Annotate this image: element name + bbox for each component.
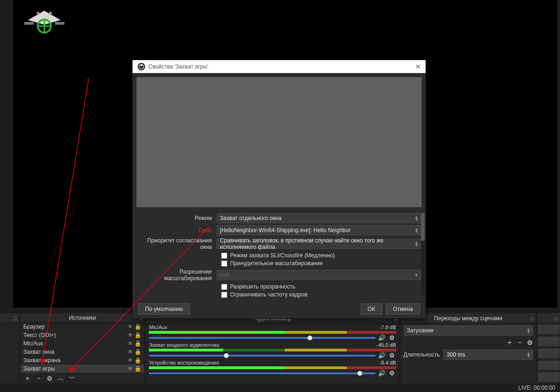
window-select[interactable]: [HelloNeighbor-Win64-Shipping.exe]: Hell…: [217, 225, 421, 235]
properties-dialog: Свойства 'Захват игры' ✕ Режим Захват от…: [132, 60, 426, 319]
source-item[interactable]: Mic/Aux 👁 🔒: [21, 339, 145, 348]
speaker-icon[interactable]: 🔊: [378, 352, 386, 359]
svg-rect-4: [55, 22, 64, 25]
source-item[interactable]: Захват экрана 👁 🔒: [21, 356, 145, 364]
source-label: Текст (GDI+): [23, 332, 127, 338]
transition-select[interactable]: Затухание ▴▾: [404, 325, 533, 336]
control-button-stub[interactable]: [538, 336, 560, 346]
duration-value: 300 ms: [447, 351, 465, 358]
scenes-panel-collapsed: ◻: [0, 313, 19, 383]
duration-input[interactable]: 300 ms ▴▾: [443, 350, 533, 360]
force-scale-checkbox-label: Принудительное масштабирование: [230, 260, 323, 267]
detach-icon[interactable]: ◻: [13, 316, 17, 321]
gear-icon[interactable]: ⚙: [388, 370, 396, 377]
svg-rect-3: [24, 22, 34, 25]
scrollbar[interactable]: [421, 213, 425, 295]
visibility-icon[interactable]: 👁: [126, 340, 134, 347]
channel-label: Mic/Aux: [149, 324, 379, 330]
speaker-icon[interactable]: 🔊: [378, 334, 386, 341]
channel-label: Устройство воспроизведения: [149, 360, 379, 365]
status-live: LIVE: 00:00:00: [518, 385, 555, 391]
volume-slider[interactable]: [149, 355, 375, 357]
dialog-titlebar[interactable]: Свойства 'Захват игры' ✕: [133, 60, 426, 73]
checkbox[interactable]: [221, 284, 227, 290]
sources-list: Браузер 👁 🔒 Текст (GDI+) 👁 🔒 Mic/Aux 👁 🔒…: [21, 323, 145, 373]
control-button-stub[interactable]: [538, 348, 560, 358]
speaker-icon[interactable]: 🔊: [378, 370, 386, 377]
scale-resolution-label: Разрешение масштабирования: [137, 268, 217, 282]
remove-transition-button[interactable]: －: [517, 338, 523, 347]
close-icon[interactable]: ✕: [410, 63, 421, 70]
lock-icon[interactable]: 🔒: [134, 340, 141, 347]
dialog-form: Режим Захват отдельного окна ▴▾ Окно [He…: [133, 211, 426, 300]
sli-checkbox-row[interactable]: Режим захвата SLI/Crossfire (Медленно): [221, 252, 421, 259]
channel-db: -45.0 dB: [377, 342, 396, 348]
force-scale-checkbox-row[interactable]: Принудительное масштабирование: [221, 260, 421, 267]
move-up-button[interactable]: ︿: [57, 374, 64, 383]
add-source-button[interactable]: ＋: [24, 374, 31, 383]
control-button-stub[interactable]: [538, 372, 560, 382]
visibility-icon[interactable]: 👁: [126, 323, 134, 330]
checkbox[interactable]: [221, 292, 227, 298]
volume-slider[interactable]: [149, 337, 375, 339]
channel-label: Захват входного аудиопотока: [149, 342, 377, 348]
detach-icon[interactable]: ◻: [530, 316, 534, 321]
gear-icon[interactable]: ⚙: [388, 352, 396, 359]
sli-checkbox-label: Режим захвата SLI/Crossfire (Медленно): [230, 252, 335, 259]
mixer-channel: Захват входного аудиопотока -45.0 dB 🔊 ⚙: [149, 342, 396, 359]
remove-source-button[interactable]: －: [35, 374, 42, 383]
lock-icon[interactable]: 🔒: [134, 332, 141, 338]
transition-settings-button[interactable]: ⚙: [527, 339, 533, 346]
channel-db: -8.4 dB: [379, 360, 396, 365]
sources-toolbar: ＋ － ⚙ ︿ ﹀: [21, 373, 145, 383]
source-settings-button[interactable]: ⚙: [47, 375, 53, 382]
controls-panel-collapsed: ◻: [538, 313, 560, 383]
volume-slider[interactable]: [149, 372, 375, 374]
checkbox[interactable]: [221, 261, 227, 267]
visibility-icon[interactable]: 👁: [126, 349, 134, 355]
lock-icon[interactable]: 🔒: [134, 349, 141, 355]
mode-select[interactable]: Захват отдельного окна ▴▾: [217, 213, 421, 223]
transition-selected: Затухание: [407, 327, 434, 334]
cancel-button[interactable]: Отмена: [386, 303, 420, 315]
sources-panel: Источники ◻ Браузер 👁 🔒 Текст (GDI+) 👁 🔒…: [21, 313, 145, 383]
sources-title: Источники: [69, 315, 96, 321]
window-priority-select[interactable]: Сравнивать заголовок, в противном случае…: [217, 239, 421, 249]
mixer-channel: Устройство воспроизведения -8.4 dB 🔊 ⚙: [149, 360, 396, 377]
level-meter: [149, 366, 396, 369]
source-item[interactable]: Захват окна 👁 🔒: [21, 348, 145, 356]
source-label: Браузер: [23, 323, 127, 330]
visibility-icon[interactable]: 👁: [126, 365, 134, 372]
source-item[interactable]: Текст (GDI+) 👁 🔒: [21, 331, 145, 339]
source-label: Захват экрана: [23, 357, 127, 364]
spinner-icon: ▴▾: [527, 328, 530, 333]
source-item[interactable]: Захват игры 👁 🔒: [21, 364, 145, 373]
add-transition-button[interactable]: ＋: [506, 338, 513, 347]
svg-point-5: [138, 63, 145, 70]
checkbox[interactable]: [221, 253, 227, 259]
spinner-icon: ▴▾: [415, 227, 418, 233]
source-item[interactable]: Браузер 👁 🔒: [21, 323, 145, 331]
mixer-panel: Аудио микшер ◻ Mic/Aux -7.8 dB 🔊 ⚙ Захва…: [146, 313, 399, 383]
control-button-stub[interactable]: [538, 324, 560, 335]
defaults-button[interactable]: По умолчанию: [138, 303, 190, 315]
detach-icon[interactable]: ◻: [554, 316, 558, 321]
lock-icon[interactable]: 🔒: [134, 365, 141, 372]
control-button-stub[interactable]: [538, 360, 560, 371]
limit-fps-checkbox-row[interactable]: Ограничивать частоту кадров: [221, 291, 421, 298]
gear-icon[interactable]: ⚙: [388, 334, 396, 341]
lock-icon[interactable]: 🔒: [134, 357, 141, 364]
source-label: Mic/Aux: [23, 340, 127, 347]
visibility-icon[interactable]: 👁: [126, 332, 134, 338]
source-label: Захват окна: [23, 349, 127, 355]
dialog-title: Свойства 'Захват игры': [148, 63, 410, 70]
move-down-button[interactable]: ﹀: [69, 374, 75, 383]
transitions-panel: Переходы между сценами ◻ Затухание ▴▾ ＋ …: [401, 313, 536, 383]
scale-resolution-select[interactable]: 0x0 ▾: [217, 270, 421, 280]
lock-icon[interactable]: 🔒: [134, 323, 141, 330]
ok-button[interactable]: ОК: [361, 303, 382, 315]
window-priority-label: Приоритет согласования окна: [137, 237, 217, 250]
visibility-icon[interactable]: 👁: [126, 357, 134, 364]
mixer-channel: Mic/Aux -7.8 dB 🔊 ⚙: [149, 324, 396, 341]
transparency-checkbox-row[interactable]: Разрешить прозрачность: [221, 283, 421, 290]
